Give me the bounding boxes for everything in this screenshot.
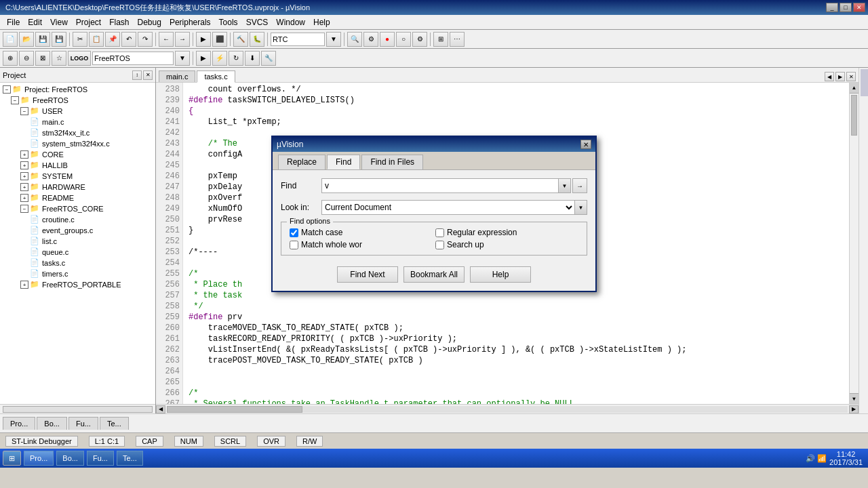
lookin-select[interactable]: Current Document [321, 200, 575, 215]
hallib-expander[interactable]: + [20, 161, 28, 169]
tree-hardware[interactable]: + 📁 HARDWARE [1, 182, 154, 192]
menu-view[interactable]: View [46, 16, 72, 28]
tab-close-btn[interactable]: ✕ [846, 72, 856, 81]
stop-button[interactable]: ⬛ [212, 32, 227, 47]
run-button[interactable]: ▶ [196, 32, 211, 47]
dialog-tab-replace[interactable]: Replace [278, 155, 326, 169]
root-expander[interactable]: − [3, 85, 11, 94]
tree-queue[interactable]: 📄 queue.c [1, 247, 154, 258]
tab-left-btn[interactable]: ◀ [825, 72, 834, 81]
taskbar-item-project[interactable]: Pro... [24, 451, 54, 466]
tree-core[interactable]: + 📁 CORE [1, 149, 154, 160]
minimize-button[interactable]: _ [826, 3, 838, 12]
save-all-button[interactable]: 💾 [52, 32, 66, 47]
menu-window[interactable]: Window [272, 16, 309, 28]
target-combo-arrow[interactable]: ▼ [326, 32, 341, 47]
scroll-thumb[interactable] [851, 95, 857, 136]
tb2-btn1[interactable]: ⊕ [3, 51, 18, 66]
hscroll-track[interactable] [167, 406, 848, 413]
tab-right-btn[interactable]: ▶ [835, 72, 845, 81]
find-dropdown-btn[interactable]: ▼ [559, 178, 571, 193]
match-whole-word-checkbox[interactable] [290, 241, 298, 249]
taskbar-item-functions[interactable]: Fu... [87, 451, 114, 466]
bottom-tab-functions[interactable]: Fu... [68, 417, 98, 430]
scroll-up-btn[interactable]: ▲ [850, 83, 859, 94]
start-button[interactable]: ⊞ [3, 451, 21, 466]
help-button[interactable]: Help [470, 266, 531, 283]
tb2-btn3[interactable]: ⊠ [35, 51, 50, 66]
bookmark-all-button[interactable]: Bookmark All [403, 266, 465, 283]
scroll-track[interactable] [850, 94, 859, 393]
tree-stm32[interactable]: 📄 stm32f4xx_it.c [1, 127, 154, 138]
tree-readme[interactable]: + 📁 README [1, 192, 154, 203]
find-next-button[interactable]: Find Next [337, 266, 398, 283]
taskbar-item-books[interactable]: Bo... [56, 451, 84, 466]
find-next-small-btn[interactable]: → [572, 178, 587, 193]
tree-freertos-core[interactable]: − 📁 FreeRTOS_CORE [1, 203, 154, 214]
redo-button[interactable]: ↷ [138, 32, 153, 47]
find-input[interactable] [321, 178, 559, 193]
close-button[interactable]: ✕ [853, 3, 865, 12]
tb2-refresh-btn[interactable]: ↻ [229, 51, 243, 66]
maximize-button[interactable]: □ [840, 3, 852, 12]
options-button[interactable]: ⚙ [363, 32, 378, 47]
more-btn[interactable]: ⋯ [450, 32, 465, 47]
match-case-checkbox[interactable] [290, 228, 298, 237]
tree-user[interactable]: − 📁 USER [1, 106, 154, 117]
menu-edit[interactable]: Edit [24, 16, 46, 28]
hscroll-left-btn[interactable]: ◀ [156, 405, 165, 413]
cut-button[interactable]: ✂ [73, 32, 87, 47]
forward-button[interactable]: → [175, 32, 190, 47]
record-btn[interactable]: ○ [396, 32, 411, 47]
tb2-config-btn[interactable]: 🔧 [261, 51, 276, 66]
hardware-expander[interactable]: + [20, 183, 28, 191]
dialog-tab-find[interactable]: Find [327, 155, 360, 169]
tree-system-folder[interactable]: + 📁 SYSTEM [1, 171, 154, 182]
copy-button[interactable]: 📋 [89, 32, 104, 47]
lookin-dropdown-btn[interactable]: ▼ [575, 200, 587, 215]
bottom-tab-templates[interactable]: Te... [100, 417, 129, 430]
hscroll-right-btn[interactable]: ▶ [849, 405, 859, 413]
hscroll-thumb[interactable] [167, 406, 302, 413]
hscroll-thumb[interactable] [3, 406, 153, 413]
code-hscroll[interactable]: ◀ ▶ [156, 404, 859, 413]
tree-list[interactable]: 📄 list.c [1, 236, 154, 247]
find-dialog[interactable]: µVision ✕ Replace Find Find in Files Fin… [271, 136, 597, 292]
dialog-close-button[interactable]: ✕ [580, 140, 591, 149]
project-hscroll[interactable] [0, 404, 155, 413]
menu-peripherals[interactable]: Peripherals [165, 16, 215, 28]
menu-svcs[interactable]: SVCS [242, 16, 273, 28]
undo-button[interactable]: ↶ [121, 32, 136, 47]
tb2-btn4[interactable]: ☆ [52, 51, 66, 66]
tree-system[interactable]: 📄 system_stm32f4xx.c [1, 138, 154, 149]
menu-debug[interactable]: Debug [134, 16, 165, 28]
view-btn[interactable]: ⊞ [433, 32, 448, 47]
tree-main-c[interactable]: 📄 main.c [1, 117, 154, 127]
bottom-tab-books[interactable]: Bo... [37, 417, 67, 430]
freertos-portable-expander[interactable]: + [20, 281, 28, 289]
panel-close-btn[interactable]: ✕ [143, 70, 153, 80]
readme-expander[interactable]: + [20, 194, 28, 202]
freertos-expander[interactable]: − [11, 96, 19, 104]
build-button[interactable]: 🔨 [233, 32, 248, 47]
panel-sync-btn[interactable]: ↕ [132, 70, 142, 80]
tree-event-groups[interactable]: 📄 event_groups.c [1, 225, 154, 236]
search-button[interactable]: 🔍 [347, 32, 362, 47]
freertos-core-expander[interactable]: − [20, 205, 28, 213]
menu-flash[interactable]: Flash [105, 16, 133, 28]
save-button[interactable]: 💾 [35, 32, 50, 47]
debug-button[interactable]: 🐛 [250, 32, 264, 47]
tb2-btn2[interactable]: ⊖ [19, 51, 34, 66]
open-button[interactable]: 📂 [19, 32, 34, 47]
scroll-down-btn[interactable]: ▼ [850, 393, 859, 404]
v-scrollbar[interactable]: ▲ ▼ [849, 83, 859, 404]
menu-tools[interactable]: Tools [215, 16, 242, 28]
user-expander[interactable]: − [20, 107, 28, 115]
project-combo-arrow[interactable]: ▼ [175, 51, 190, 66]
regular-expression-checkbox[interactable] [435, 228, 444, 237]
menu-project[interactable]: Project [72, 16, 105, 28]
tb2-download-btn[interactable]: ⬇ [245, 51, 260, 66]
new-button[interactable]: 📄 [3, 32, 18, 47]
back-button[interactable]: ← [159, 32, 174, 47]
tab-main-c[interactable]: main.c [159, 70, 195, 82]
